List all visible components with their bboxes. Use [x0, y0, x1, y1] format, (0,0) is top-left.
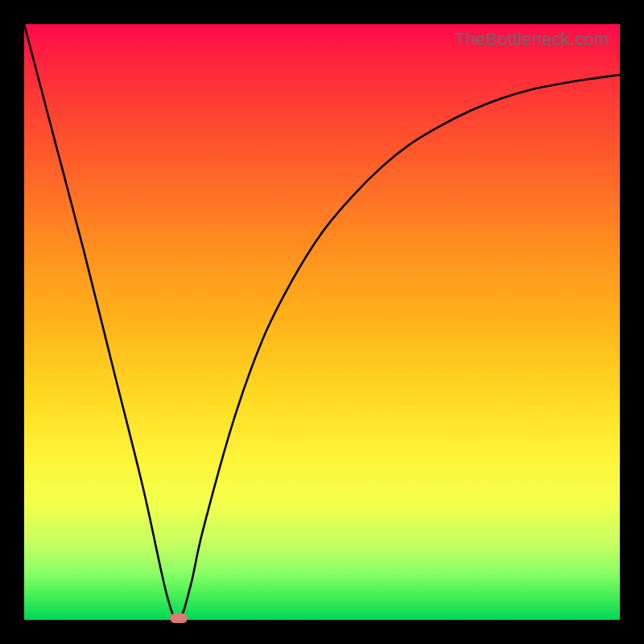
chart-frame: TheBottleneck.com [0, 0, 644, 644]
bottleneck-curve [24, 24, 620, 620]
plot-area: TheBottleneck.com [24, 24, 620, 620]
optimal-marker [170, 613, 188, 623]
